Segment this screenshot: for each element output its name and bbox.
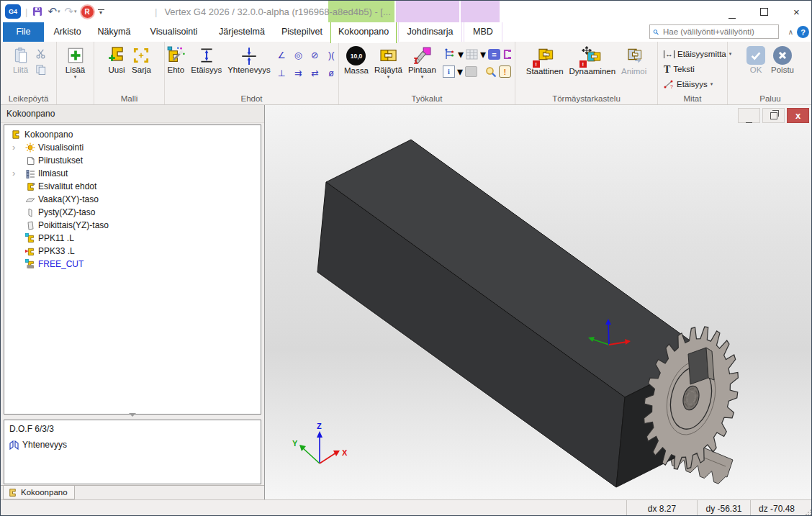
table-dropdown-caret[interactable]: ▾ xyxy=(480,47,486,61)
antiparallel-constraint-icon[interactable]: ⇄ xyxy=(307,66,322,80)
tree-item-free-cut[interactable]: FREE_CUT xyxy=(4,258,261,271)
model-viewport[interactable]: x xyxy=(265,105,812,499)
assembly-tab-icon xyxy=(8,488,17,497)
undo-dropdown-caret[interactable]: ▾ xyxy=(58,9,60,14)
tab-jarjestelma[interactable]: Järjestelmä xyxy=(210,22,274,42)
structure-tree-button[interactable] xyxy=(443,48,456,60)
to-surface-icon xyxy=(412,46,431,65)
expand-chevron-icon[interactable]: › xyxy=(12,141,15,154)
dof-panel: D.O.F 6/3/3 Yhtenevyys xyxy=(4,420,261,484)
splitter-chevron-icon[interactable] xyxy=(129,413,136,417)
dynaaminen-button[interactable]: ! Dynaaminen xyxy=(567,45,618,76)
parallel-constraint-icon[interactable]: ⇉ xyxy=(291,66,306,80)
ok-button[interactable]: OK xyxy=(744,45,767,75)
etaisyys-ehto-button[interactable]: Etäisyys xyxy=(189,45,224,75)
expand-chevron-icon[interactable]: › xyxy=(12,167,15,180)
yhtenevyys-button[interactable]: Yhtenevyys xyxy=(225,45,272,75)
viewport-restore-button[interactable] xyxy=(762,108,785,123)
save-button[interactable] xyxy=(32,6,43,17)
rajayta-dropdown-caret[interactable]: ▾ xyxy=(387,75,390,79)
tab-visualisointi[interactable]: Visualisointi xyxy=(137,22,210,42)
pintaan-dropdown-caret[interactable]: ▾ xyxy=(421,75,424,79)
cut-button[interactable] xyxy=(34,47,48,60)
search-input[interactable] xyxy=(662,27,775,37)
close-button[interactable]: × xyxy=(780,1,812,22)
group-mitat: ↔ Etäisyysmitta ▾ T Teksti ? Etäisyys ▾ … xyxy=(658,42,728,104)
tab-mbd[interactable]: MBD xyxy=(464,22,502,42)
resize-grip[interactable] xyxy=(803,500,812,516)
minimize-button[interactable] xyxy=(716,1,748,22)
part-cut-icon xyxy=(25,259,35,269)
equations-icon[interactable]: = xyxy=(488,49,500,60)
group-label-leikepoyta: Leikepöytä xyxy=(1,94,56,103)
dof-constraint-item[interactable]: Yhtenevyys xyxy=(9,440,67,450)
cut-icon xyxy=(35,48,46,59)
info-dropdown-caret[interactable]: ▾ xyxy=(457,65,463,78)
angle-constraint-icon[interactable]: ∠ xyxy=(274,48,289,62)
tree-item-poikittais-yz[interactable]: Poikittais(YZ)-taso xyxy=(4,219,261,232)
staattinen-button[interactable]: ! Staattinen xyxy=(524,45,566,76)
paste-button[interactable]: Liitä xyxy=(9,45,32,75)
teksti-button[interactable]: T Teksti xyxy=(664,63,695,76)
tab-pistepilvet[interactable]: Pistepilvet xyxy=(274,22,330,42)
tab-johdinsarja[interactable]: Johdinsarja xyxy=(398,22,462,42)
viewport-close-button[interactable]: x xyxy=(787,108,809,123)
etaisyys-mitta-button[interactable]: ? Etäisyys ▾ xyxy=(664,78,713,91)
tab-kokoonpano[interactable]: Kokoonpano xyxy=(330,22,397,43)
tree-item-ppk11[interactable]: PPK11 .L xyxy=(4,232,261,245)
table-icon xyxy=(466,49,478,60)
concentric-constraint-icon[interactable]: ◎ xyxy=(291,48,306,62)
etaisyysmitta-label: Etäisyysmitta xyxy=(677,50,726,58)
tree-item-pysty-xz[interactable]: Pysty(XZ)-taso xyxy=(4,206,261,219)
ehto-button[interactable]: Ehto xyxy=(164,45,187,75)
tree-item-piirustukset[interactable]: Piirustukset xyxy=(4,154,261,167)
clamp-button[interactable] xyxy=(502,49,512,60)
collapse-ribbon-chevron[interactable]: ∧ xyxy=(788,28,793,36)
tab-file[interactable]: File xyxy=(3,22,44,42)
warning-button[interactable]: ! xyxy=(499,65,511,78)
massa-label: Massa xyxy=(344,66,369,75)
tree-item-vaaka-xy[interactable]: Vaaka(XY)-taso xyxy=(4,193,261,206)
redo-button[interactable]: ↷▾ xyxy=(64,5,76,18)
customize-toolbar-button[interactable]: ▾ xyxy=(98,9,104,14)
clamp-icon xyxy=(502,49,512,60)
undo-button[interactable]: ↶▾ xyxy=(48,5,60,18)
tree-item-esivalitut-ehdot[interactable]: Esivalitut ehdot xyxy=(4,180,261,193)
maximize-button[interactable] xyxy=(748,1,780,22)
no-intersect-constraint-icon[interactable]: ø xyxy=(324,66,339,80)
app-logo[interactable]: G4 xyxy=(5,4,21,19)
search-icon xyxy=(653,27,659,37)
uusi-button[interactable]: Uusi xyxy=(105,45,128,75)
tab-nakyma[interactable]: Näkymä xyxy=(91,22,137,42)
tree-item-ppk33[interactable]: PPK33 .L xyxy=(4,245,261,258)
etaisyysmitta-button[interactable]: ↔ Etäisyysmitta ▾ xyxy=(664,47,731,61)
info-button[interactable]: i xyxy=(443,65,455,78)
animoi-button[interactable]: Animoi xyxy=(619,45,649,76)
symmetry-constraint-icon[interactable]: )( xyxy=(324,48,339,62)
lisaa-button[interactable]: Lisää ▾ xyxy=(63,45,88,80)
table-button[interactable] xyxy=(466,49,478,60)
maximize-icon xyxy=(760,8,768,16)
viewport-minimize-button[interactable] xyxy=(738,108,760,123)
tree-item-visualisointi[interactable]: › Visualisointi xyxy=(4,141,261,154)
lisaa-dropdown-caret[interactable]: ▾ xyxy=(74,75,77,79)
poistu-button[interactable]: Poistu xyxy=(769,45,796,75)
rajayta-button[interactable]: Räjäytä ▾ xyxy=(372,45,405,80)
redo-dropdown-caret[interactable]: ▾ xyxy=(74,9,77,14)
pintaan-button[interactable]: Pintaan ▾ xyxy=(406,45,438,80)
record-badge[interactable]: R xyxy=(81,6,94,18)
find-button[interactable] xyxy=(485,66,497,78)
bottom-tab-kokoonpano[interactable]: Kokoonpano xyxy=(3,486,75,499)
copy-button[interactable] xyxy=(34,63,48,76)
etaisyys-mitta-dropdown-caret[interactable]: ▾ xyxy=(710,81,713,87)
massa-button[interactable]: 10,0 Massa xyxy=(342,45,371,76)
perpendicular-constraint-icon[interactable]: ⊥ xyxy=(274,66,289,80)
help-button[interactable]: ? xyxy=(797,26,809,38)
tree-item-kokoonpano[interactable]: Kokoonpano xyxy=(4,128,261,141)
tab-arkisto[interactable]: Arkisto xyxy=(44,22,91,42)
tangent-constraint-icon[interactable]: ⊘ xyxy=(307,48,322,62)
search-box[interactable] xyxy=(649,24,779,39)
tree-item-ilmiasut[interactable]: › Ilmiasut xyxy=(4,167,261,180)
sarja-button[interactable]: Sarja xyxy=(130,45,153,75)
structure-dropdown-caret[interactable]: ▾ xyxy=(458,47,464,61)
